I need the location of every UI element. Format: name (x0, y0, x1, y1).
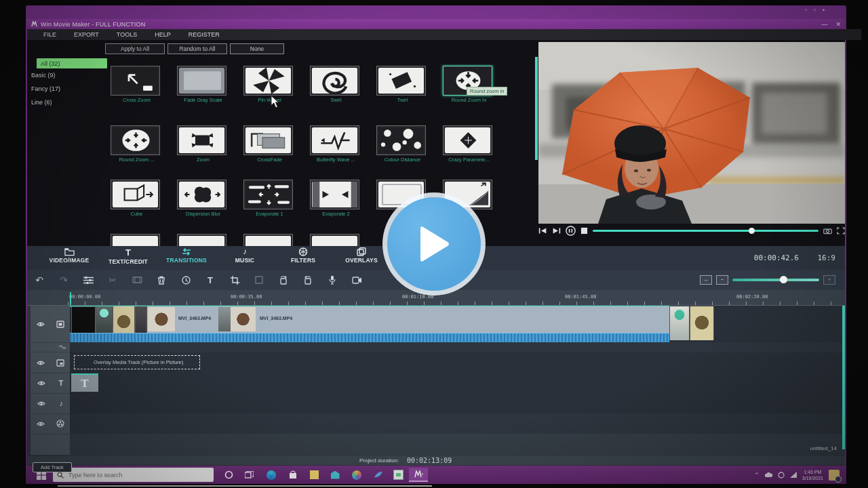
effects-track-header[interactable] (31, 413, 70, 434)
search-input[interactable] (67, 471, 192, 479)
menu-register[interactable]: REGISTER (189, 31, 220, 38)
video-preview[interactable] (538, 42, 845, 224)
transition-round-zoom[interactable]: Round Zoom ... (111, 125, 163, 163)
next-frame-button[interactable] (552, 227, 561, 235)
tab-transitions[interactable]: TRANSITIONS (157, 247, 216, 269)
adjust-button[interactable] (76, 276, 100, 285)
close-button[interactable]: ✕ (835, 21, 841, 28)
panel-scrollbar[interactable] (535, 57, 538, 160)
notification-icon[interactable] (829, 470, 840, 481)
zoom-in-button[interactable]: + (823, 275, 835, 285)
transition-round-zoom-in[interactable]: Round Zoom In (443, 66, 495, 103)
zoom-slider-knob[interactable] (780, 276, 787, 283)
music-track[interactable] (70, 393, 842, 414)
fullscreen-icon[interactable] (837, 227, 845, 235)
photos-icon[interactable] (348, 468, 366, 482)
sticky-notes-icon[interactable] (305, 468, 323, 482)
tray-chevron-icon[interactable]: ⌃ (754, 472, 760, 479)
photo-clip[interactable] (690, 306, 714, 340)
rotate-left-button[interactable] (271, 276, 296, 285)
network-tray-icon[interactable] (790, 472, 797, 478)
random-to-all-button[interactable]: Random to All (167, 43, 227, 54)
add-track-button[interactable]: Add Track (33, 462, 72, 472)
onenote-icon[interactable] (370, 468, 387, 482)
minimize-button[interactable]: — (821, 21, 827, 28)
taskbar-clock[interactable]: 1:43 PM 3/19/2021 (802, 469, 823, 481)
tab-video-image[interactable]: VIDEO/IMAGE (39, 247, 99, 269)
transition-swirl[interactable]: Swirl (310, 66, 362, 103)
menu-tools[interactable]: TOOLS (117, 31, 137, 38)
transition-crossfade[interactable]: CrossFade (243, 125, 296, 163)
record-voiceover-button[interactable] (320, 275, 344, 285)
tab-filters[interactable]: FILTERS (273, 247, 333, 269)
overlay-track-header[interactable] (31, 352, 70, 373)
transition-cube[interactable]: Cube (111, 180, 163, 217)
apply-to-all-button[interactable]: Apply to All (105, 43, 165, 54)
stop-button[interactable] (580, 227, 588, 235)
security-tray-icon[interactable] (778, 472, 785, 479)
playhead[interactable] (70, 292, 71, 305)
movie-maker-taskbar-icon[interactable] (409, 468, 428, 482)
split-scissors-button[interactable]: ✂ (100, 275, 125, 285)
text-clip[interactable]: T (71, 373, 98, 392)
transition-evaporate-2[interactable]: Evaporate 2 (310, 180, 362, 217)
duration-button[interactable] (174, 276, 198, 285)
previous-frame-button[interactable] (538, 227, 547, 235)
cortana-icon[interactable] (220, 468, 237, 482)
none-button[interactable]: None (230, 43, 284, 54)
video-play-overlay[interactable] (382, 192, 486, 296)
add-text-button[interactable]: T (198, 275, 222, 285)
overlay-track-placeholder[interactable]: Overlay Media Track (Picture in Picture) (74, 355, 200, 369)
menu-file[interactable]: FILE (43, 31, 56, 38)
edge-icon[interactable] (262, 468, 280, 482)
transition-dispersion-blur[interactable]: Dispersion Blur (177, 180, 229, 217)
seek-knob[interactable] (749, 228, 755, 234)
sidebar-item-line[interactable]: Line (6) (31, 99, 52, 106)
text-track[interactable]: T (70, 373, 842, 394)
undo-button[interactable]: ↶ (27, 274, 52, 285)
video-track[interactable]: MVI_3463.MP4 MVI_3463.MP4 (70, 306, 842, 343)
menu-help[interactable]: HELP (155, 31, 171, 38)
audio-link-row[interactable] (31, 342, 70, 352)
photo-clip[interactable] (669, 306, 690, 340)
sidebar-item-all[interactable]: All (32) (37, 58, 107, 68)
onedrive-tray-icon[interactable] (765, 472, 772, 478)
taskbar-search[interactable] (53, 468, 214, 482)
overlay-track[interactable]: Overlay Media Track (Picture in Picture) (70, 352, 842, 373)
snapshot-icon[interactable] (823, 227, 832, 235)
tab-text-credit[interactable]: T TEXT/CREDIT (98, 247, 158, 269)
rotate-right-button[interactable] (296, 276, 320, 285)
mask-button[interactable] (247, 276, 271, 284)
title-bar[interactable]: Win Movie Maker - FULL FUNCTION — ✕ (27, 19, 845, 29)
transition-cross-zoom[interactable]: Cross Zoom (111, 66, 163, 103)
detach-button[interactable] (125, 276, 149, 284)
eye-icon[interactable] (37, 380, 45, 386)
store-icon[interactable] (284, 468, 302, 482)
sidebar-item-basic[interactable]: Basic (9) (31, 72, 56, 79)
transition-crazy-parameter[interactable]: Crazy Paramete... (443, 125, 495, 163)
music-track-header[interactable]: ♪ (31, 393, 70, 414)
crop-button[interactable] (222, 276, 247, 285)
zoom-slider[interactable] (732, 279, 819, 281)
task-view-icon[interactable] (240, 468, 258, 482)
transition-fade-gray-scale[interactable]: Fade Gray Scale (177, 66, 229, 103)
zoom-out-button[interactable]: − (716, 275, 728, 285)
eye-icon[interactable] (37, 421, 45, 427)
eye-icon[interactable] (37, 360, 45, 366)
mail-icon[interactable] (326, 468, 344, 482)
seek-bar[interactable] (593, 230, 818, 232)
transition-colour-distance[interactable]: Colour Distance (376, 125, 429, 163)
mailapp-icon[interactable] (389, 468, 407, 482)
zoom-fit-button[interactable]: ↔ (700, 275, 712, 285)
redo-button[interactable]: ↷ (52, 274, 76, 285)
eye-icon[interactable] (37, 401, 45, 407)
effects-track[interactable] (70, 413, 842, 434)
pause-button[interactable] (566, 226, 576, 236)
tab-music[interactable]: ♪ MUSIC (215, 247, 275, 269)
delete-button[interactable] (149, 276, 174, 285)
menu-export[interactable]: EXPORT (74, 31, 99, 38)
transition-evaporate-1[interactable]: Evaporate 1 (243, 180, 296, 217)
transition-twirl[interactable]: Twirl (376, 66, 429, 103)
eye-icon[interactable] (37, 321, 45, 327)
text-track-header[interactable]: T (31, 373, 70, 394)
